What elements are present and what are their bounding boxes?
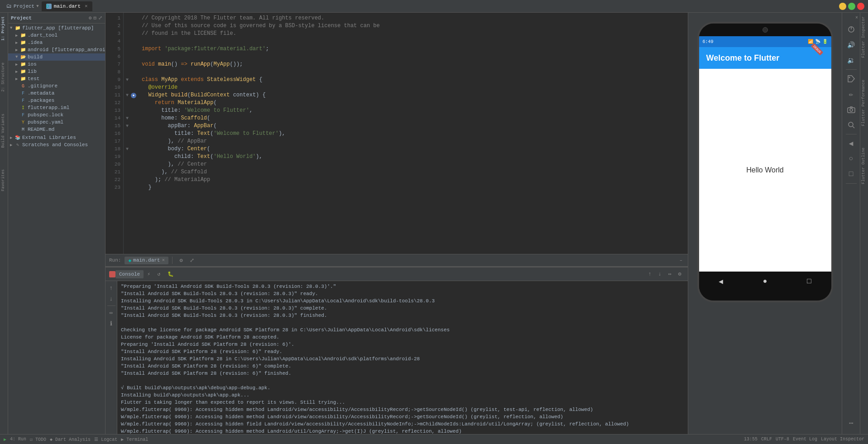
tree-item-scratches[interactable]: ▶ ✎ Scratches and Consoles [8,141,105,148]
sidebar-item-structure[interactable]: 2: Structure [0,61,8,94]
console-body: ↑ ↓ ⇔ ℹ "Preparing 'Install Android SDK … [106,281,688,434]
panel-hide-icon[interactable]: ⊟ [93,15,96,21]
tree-root[interactable]: ▼ 📁 flutter_app [flutterapp] [8,24,105,32]
back-nav-button[interactable]: ◀ [844,136,858,151]
right-close-button[interactable]: × [854,14,860,21]
tab-lightning[interactable]: ⚡ [144,270,154,278]
fold-11[interactable]: ▼ [126,91,129,99]
run-config-filename: main.dart [133,258,160,263]
fold-15[interactable]: ▼ [126,122,129,130]
gutter-marker-11[interactable]: ● [131,93,136,98]
console-line-15: Installing build\app\outputs\apk\app.apk… [121,391,684,399]
tag-button[interactable] [844,72,858,86]
code-content[interactable]: // Copyright 2018 The Flutter team. All … [138,13,688,254]
console-scroll-bottom[interactable]: ↓ [106,294,116,304]
tree-item-pubspec-yaml[interactable]: ▶ Y pubspec.yaml [8,119,105,126]
tree-item-gitignore[interactable]: ▶ G .gitignore [8,82,105,90]
android-icon: 📁 [20,47,26,53]
console-line-7: License for package Android SDK Platform… [121,334,684,341]
tab-console[interactable]: Console [115,270,144,278]
run-indicator[interactable]: 4: Run [10,437,26,442]
panel-gear-icon[interactable]: ⚙ [89,15,92,21]
tab-close-icon[interactable]: × [85,4,88,9]
circle-nav-button[interactable]: ○ [844,152,858,166]
sidebar-item-flutter-performance[interactable]: Flutter Performance [860,78,868,128]
panel-expand-icon[interactable]: ⤢ [98,15,102,21]
sidebar-item-build-variants[interactable]: Build Variants [0,112,8,150]
square-nav-button[interactable]: □ [844,167,858,181]
tab-bug[interactable]: 🐛 [164,270,177,278]
fold-9[interactable]: ▼ [126,76,129,84]
console-output[interactable]: "Preparing 'Install Android SDK Build-To… [117,281,688,434]
logcat-indicator[interactable]: ☰ Logcat [94,437,117,442]
minimize-button[interactable] [839,3,846,10]
console-wrap-toggle[interactable]: ⇔ [106,308,116,318]
search-magnify-icon [847,121,855,129]
search-magnify-button[interactable] [844,118,858,132]
tree-item-packages[interactable]: ▶ F .packages [8,97,105,104]
more-button[interactable]: ⋯ [844,416,858,430]
tree-item-ios[interactable]: ▶ 📁 ios [8,61,105,68]
pencil-button[interactable]: ✏ [844,87,858,101]
run-config-close-icon[interactable]: × [162,258,165,263]
close-button[interactable] [857,3,864,10]
tree-item-test[interactable]: ▶ 📁 test [8,75,105,82]
expand-panel-button[interactable]: ⤢ [187,255,197,265]
code-editor[interactable]: 1 2 3 4 5 6 7 8 9 10 11 12 13 14 15 16 1… [106,13,688,254]
hide-panel-button[interactable]: – [678,258,684,263]
dart-analysis-indicator[interactable]: ◆ Dart Analysis [50,437,91,442]
run-config-tab[interactable]: ◆ main.dart × [125,257,168,264]
status-crlf[interactable]: CRLF [761,437,772,442]
fold-18[interactable]: ▼ [126,145,129,153]
terminal-indicator[interactable]: ▶ Terminal [121,437,148,442]
root-arrow: ▼ [10,26,14,30]
tab-main-dart[interactable]: D main.dart × [42,1,92,11]
fold-14[interactable]: ▼ [126,115,129,122]
sidebar-item-favorites[interactable]: Favorites [0,167,8,193]
console-scroll-top[interactable]: ↑ [106,283,116,293]
tree-item-readme[interactable]: ▶ M README.md [8,126,105,133]
status-charset[interactable]: UTF-8 [776,437,789,442]
status-event-log[interactable]: Event Log [793,437,817,442]
console-down-arrow[interactable]: ↓ [655,270,664,279]
console-up-arrow[interactable]: ↑ [645,270,654,279]
tree-item-iml[interactable]: ▶ I flutterapp.iml [8,104,105,111]
console-wrap-icon[interactable]: ⇔ [665,270,674,279]
main-layout: 1: Project 2: Structure Build Variants F… [0,13,868,434]
tree-item-dart-tool[interactable]: ▶ 📁 .dart_tool [8,32,105,39]
tree-item-metadata[interactable]: ▶ F .metadata [8,90,105,97]
camera-button[interactable] [844,102,858,117]
console-line-11: "Install Android SDK Platform 28 (revisi… [121,363,684,370]
phone-back-button[interactable]: ◀ [714,274,728,289]
tree-item-android[interactable]: ▶ 📁 android [flutterapp_android] [8,46,105,53]
project-dropdown[interactable]: 🗂 Project ▼ [4,1,42,11]
settings-button[interactable]: ⚙ [176,255,186,265]
run-play-icon[interactable]: ▶ [4,437,6,442]
power-button[interactable] [844,22,858,37]
todo-indicator[interactable]: ☑ TODO [30,437,46,442]
phone-recents-button[interactable]: □ [802,274,816,289]
console-info-icon[interactable]: ℹ [106,319,116,329]
maximize-button[interactable] [848,3,855,10]
tab-reload[interactable]: ↺ [154,270,164,278]
tree-item-build[interactable]: ▼ 📂 build [8,53,105,61]
console-filter-icon[interactable]: ⚙ [675,270,684,279]
tree-item-pubspec-lock[interactable]: ▶ F pubspec.lock [8,111,105,119]
tree-item-idea[interactable]: ▶ 📁 .idea [8,39,105,46]
phone-camera [762,27,768,33]
status-right: 13:55 CRLF UTF-8 Event Log Layout Inspec… [744,437,864,442]
stop-button[interactable] [109,271,115,277]
dart-file-icon: D [46,4,52,9]
test-icon: 📁 [20,76,26,82]
phone-home-button[interactable]: ● [758,274,772,289]
code-line-1: // Copyright 2018 The Flutter team. All … [142,14,684,22]
sidebar-item-flutter-outline[interactable]: Flutter Outline [860,146,868,186]
sidebar-item-flutter-inspector[interactable]: Flutter Inspector [860,14,868,60]
status-layout-inspector[interactable]: Layout Inspector [821,437,864,442]
volume-down-button[interactable]: 🔉 [844,53,858,67]
tree-item-lib[interactable]: ▶ 📁 lib [8,68,105,75]
phone-nav-bar: ◀ ● □ [699,272,831,291]
tree-item-external-libs[interactable]: ▶ 📚 External Libraries [8,134,105,141]
volume-up-button[interactable]: 🔊 [844,38,858,52]
sidebar-item-project[interactable]: 1: Project [0,14,8,43]
